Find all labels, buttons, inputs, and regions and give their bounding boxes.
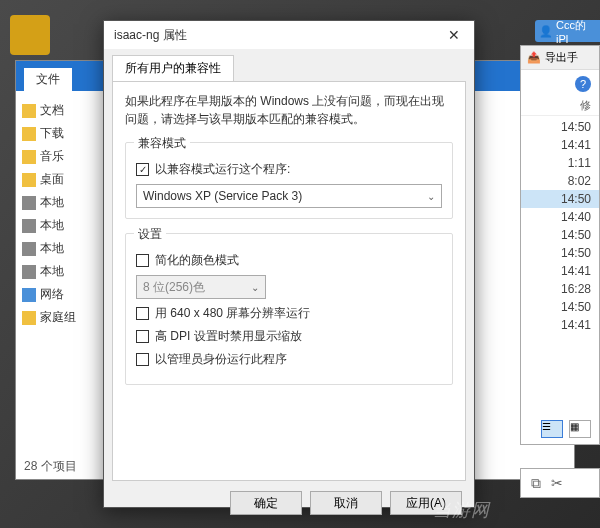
cancel-button[interactable]: 取消 xyxy=(310,491,382,515)
watermark: 当游网 xyxy=(433,498,490,522)
close-icon: ✕ xyxy=(448,27,460,43)
export-button[interactable]: 📤 导出手 xyxy=(521,46,599,70)
music-icon xyxy=(22,150,36,164)
user-icon: 👤 xyxy=(539,25,553,38)
time-item[interactable]: 14:50 xyxy=(521,298,599,316)
time-list: 14:5014:411:118:0214:5014:4014:5014:5014… xyxy=(521,116,599,336)
help-icon[interactable]: ? xyxy=(575,76,591,92)
nav-documents[interactable]: 文档 xyxy=(20,99,102,122)
dialog-button-row: 确定 取消 应用(A) xyxy=(104,481,474,525)
time-item[interactable]: 1:11 xyxy=(521,154,599,172)
cut-icon[interactable]: ✂ xyxy=(551,475,563,491)
checkbox-640x480-label: 用 640 x 480 屏幕分辨率运行 xyxy=(155,305,310,322)
user-badge[interactable]: 👤 Ccc的iPl xyxy=(535,20,600,42)
explorer-sidebar: 文档 下载 音乐 桌面 本地 本地 本地 本地 网络 家庭组 xyxy=(16,91,106,337)
time-item[interactable]: 14:40 xyxy=(521,208,599,226)
checkbox-disable-dpi-scaling[interactable] xyxy=(136,330,149,343)
desktop-app-icon[interactable] xyxy=(10,15,50,55)
group-title: 兼容模式 xyxy=(134,135,190,152)
checkbox-color-mode[interactable] xyxy=(136,254,149,267)
nav-music[interactable]: 音乐 xyxy=(20,145,102,168)
nav-downloads[interactable]: 下载 xyxy=(20,122,102,145)
status-bar: 28 个项目 xyxy=(24,458,77,475)
time-item[interactable]: 16:28 xyxy=(521,280,599,298)
chevron-down-icon: ⌄ xyxy=(427,191,435,202)
bottom-toolbar: ⧉ ✂ xyxy=(520,468,600,498)
homegroup-icon xyxy=(22,311,36,325)
checkbox-color-mode-label: 简化的颜色模式 xyxy=(155,252,239,269)
checkbox-disable-dpi-label: 高 DPI 设置时禁用显示缩放 xyxy=(155,328,302,345)
network-icon xyxy=(22,288,36,302)
drive-icon xyxy=(22,196,36,210)
checkbox-run-as-admin-label: 以管理员身份运行此程序 xyxy=(155,351,287,368)
nav-drive-3[interactable]: 本地 xyxy=(20,237,102,260)
copy-icon[interactable]: ⧉ xyxy=(531,475,541,492)
close-button[interactable]: ✕ xyxy=(434,21,474,49)
folder-icon xyxy=(22,104,36,118)
checkbox-640x480[interactable] xyxy=(136,307,149,320)
properties-dialog: isaac-ng 属性 ✕ 所有用户的兼容性 如果此程序在早期版本的 Windo… xyxy=(103,20,475,508)
nav-desktop[interactable]: 桌面 xyxy=(20,168,102,191)
titlebar[interactable]: isaac-ng 属性 ✕ xyxy=(104,21,474,49)
view-icons-button[interactable]: ▦ xyxy=(569,420,591,438)
desktop-icon xyxy=(22,173,36,187)
intro-text: 如果此程序在早期版本的 Windows 上没有问题，而现在出现问题，请选择与该早… xyxy=(125,92,453,128)
tab-content: 如果此程序在早期版本的 Windows 上没有问题，而现在出现问题，请选择与该早… xyxy=(112,81,466,481)
dialog-title: isaac-ng 属性 xyxy=(114,27,187,44)
drive-icon xyxy=(22,242,36,256)
tab-row: 所有用户的兼容性 xyxy=(104,49,474,81)
nav-drive-2[interactable]: 本地 xyxy=(20,214,102,237)
drive-icon xyxy=(22,219,36,233)
time-item[interactable]: 14:41 xyxy=(521,262,599,280)
nav-network[interactable]: 网络 xyxy=(20,283,102,306)
time-item[interactable]: 14:50 xyxy=(521,118,599,136)
time-item[interactable]: 14:50 xyxy=(521,226,599,244)
chevron-down-icon: ⌄ xyxy=(251,282,259,293)
time-item[interactable]: 14:50 xyxy=(521,244,599,262)
drive-icon xyxy=(22,265,36,279)
time-item[interactable]: 14:41 xyxy=(521,136,599,154)
ok-button[interactable]: 确定 xyxy=(230,491,302,515)
nav-drive-4[interactable]: 本地 xyxy=(20,260,102,283)
view-details-button[interactable]: ☰ xyxy=(541,420,563,438)
select-color-depth: 8 位(256)色 ⌄ xyxy=(136,275,266,299)
export-icon: 📤 xyxy=(527,51,541,64)
time-item[interactable]: 8:02 xyxy=(521,172,599,190)
checkbox-run-as-admin[interactable] xyxy=(136,353,149,366)
select-compat-os[interactable]: Windows XP (Service Pack 3) ⌄ xyxy=(136,184,442,208)
nav-drive-1[interactable]: 本地 xyxy=(20,191,102,214)
group-settings: 设置 简化的颜色模式 8 位(256)色 ⌄ 用 640 x 480 屏幕分辨率… xyxy=(125,233,453,385)
help-row: ? xyxy=(521,70,599,96)
group-compat-mode: 兼容模式 以兼容模式运行这个程序: Windows XP (Service Pa… xyxy=(125,142,453,219)
checkbox-run-compat-label: 以兼容模式运行这个程序: xyxy=(155,161,290,178)
folder-icon xyxy=(22,127,36,141)
group-title: 设置 xyxy=(134,226,166,243)
checkbox-run-compat[interactable] xyxy=(136,163,149,176)
nav-homegroup[interactable]: 家庭组 xyxy=(20,306,102,329)
column-header[interactable]: 修 xyxy=(521,96,599,116)
file-tab[interactable]: 文件 xyxy=(24,68,72,91)
time-item[interactable]: 14:41 xyxy=(521,316,599,334)
time-item[interactable]: 14:50 xyxy=(521,190,599,208)
tab-compatibility[interactable]: 所有用户的兼容性 xyxy=(112,55,234,81)
right-panel: 📤 导出手 ? 修 14:5014:411:118:0214:5014:4014… xyxy=(520,45,600,445)
